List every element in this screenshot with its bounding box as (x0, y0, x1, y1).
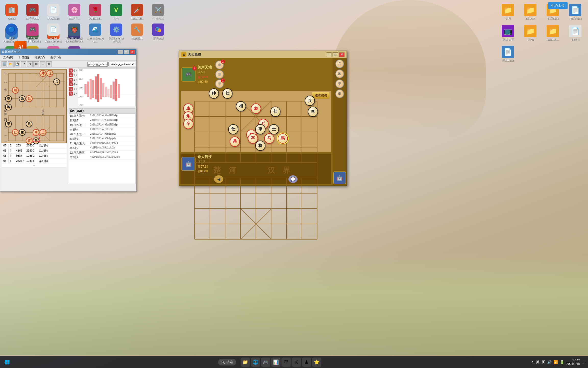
move-row-19[interactable]: 19.仕四进三 2n1kp1P1/4n/2a1R1b1p (69, 123, 135, 128)
move-row-xiang9[interactable]: 象9进7 2n1kp1P1/4n/2a1R1b1p (69, 118, 135, 123)
piece-car-bottom-center[interactable]: 車 (255, 124, 265, 134)
desktop-icon-life[interactable]: 🌊 Life is Strange... (85, 22, 105, 44)
piece-xiang-main[interactable]: 相 (236, 101, 246, 111)
tiantan-minimize[interactable]: ─ (326, 52, 332, 57)
taskbar-app-game1[interactable]: 🎮 (261, 358, 270, 367)
tray-chevron[interactable]: ∧ (531, 360, 534, 364)
piece-shi-bottom-2[interactable]: 士 (269, 124, 279, 134)
engine-piece-shi2[interactable]: 仕 (26, 95, 32, 102)
engine-piece-jiang[interactable]: 将 (26, 137, 32, 144)
engine-piece-shi3[interactable]: 士 (40, 129, 46, 136)
engine-piece-car-red[interactable]: 車 (33, 129, 39, 136)
move-row-ma2[interactable]: 马2退4 4k2P1/3np3/1n4b1p/p2aR (69, 155, 135, 160)
desktop-icon-ow[interactable]: ⚙️ OW1.exe-快捷方式 (106, 22, 126, 44)
toolbar-undo[interactable]: ↩ (21, 61, 26, 67)
profile-input[interactable] (87, 62, 108, 67)
move-row-car6[interactable]: 车6进1 2n1kp1P1/4n/6b1p/p2a (69, 137, 135, 141)
menu-mode[interactable]: 模式(V) (33, 55, 46, 60)
tiantan-titlebar[interactable]: ♟ 天天象棋 ─ □ ✕ (179, 51, 347, 58)
menu-about[interactable]: 关于(H) (49, 55, 62, 60)
toolbar-open[interactable]: 📂 (8, 61, 14, 67)
piece-shuai-main[interactable]: 帅 (209, 88, 219, 99)
piece-bing-main[interactable]: 兵 (305, 96, 315, 106)
move-row-18[interactable]: 18.马九退七 2n1kp1P1/4n/2a1R1b1p (69, 114, 135, 118)
toolbar-new[interactable]: 🆕 (2, 61, 7, 67)
move-row-ma3[interactable]: 马3进2 4k2P1/4np3/6b1p/p2a (69, 146, 135, 151)
piece-ma-bottom-1[interactable]: 马 (264, 133, 274, 144)
move-row-21[interactable]: 21.马六进六 2n1k2P1/4np3/6b1p/p2a (69, 141, 135, 146)
engine-piece-zu2[interactable]: 兵 (26, 121, 32, 127)
taskbar-app-chart[interactable]: 📊 (271, 358, 280, 367)
taskbar-app-browser[interactable]: 🌐 (251, 358, 260, 367)
search-bar[interactable]: 搜索 (218, 359, 236, 365)
taskbar-app-explorer[interactable]: 📁 (241, 358, 250, 367)
tray-ime-english[interactable]: 英 (536, 360, 540, 364)
desktop-icon-folder-doc2[interactable]: 📁 文档2 (520, 24, 541, 42)
desktop-icon-screen-doc[interactable]: 📄 屏幕0.doc (498, 44, 518, 63)
right-piece-pao: 炮 (335, 70, 344, 78)
piece-xiang-main-red[interactable]: 象 (251, 103, 261, 114)
score-list: 炮 0 + 马 1 + 炮 1 + 炮 (69, 68, 77, 108)
menu-engine[interactable]: 引擎(E) (17, 55, 30, 60)
engine-piece-pao-black[interactable]: 炮 (5, 104, 12, 110)
tray-battery[interactable]: 🔋 (560, 360, 564, 364)
desktop-icon-autohint[interactable]: 📁 AutoHint... (543, 24, 563, 42)
move-row-22[interactable]: 22.马六进五 4k2P1/4np3/1n4b1p/p2a (69, 151, 135, 155)
engine-window-content: 九 八 七 六 五 楚 河 汉 界 四 三 二 一 (0, 68, 136, 185)
engine-piece-zu-black[interactable]: 卒 (5, 121, 12, 127)
desktop-icon-hid[interactable]: 🔧 大缺陷10 (127, 22, 147, 44)
taskbar-app-shield[interactable]: 🛡 (281, 358, 291, 367)
piece-shi-main-2[interactable]: 仕 (270, 107, 280, 117)
desktop-icon-video[interactable]: 📺 视频-桌面 (498, 24, 518, 42)
engine-window-titlebar[interactable]: 象棋程序V1.9 ─ □ ✕ (0, 49, 136, 55)
toolbar-grid[interactable]: ⊞ (33, 61, 39, 67)
tray-ime-pinyin[interactable]: 拼 (542, 360, 545, 364)
engine-piece-xiang-b[interactable]: 象 (19, 95, 26, 102)
tiantan-close[interactable]: ✕ (339, 52, 345, 57)
menu-file[interactable]: 文件(F) (2, 55, 15, 60)
piece-shi-bottom-1[interactable]: 仕 (228, 124, 238, 134)
engine-close-button[interactable]: ✕ (130, 50, 135, 54)
desktop-icon-directx[interactable]: 📁 DirectX (520, 3, 541, 21)
move-row-20[interactable]: 20.车五退一 2n1kp1P1/4n/6b1p/p2a (69, 132, 135, 137)
engine-piece-bing[interactable]: 兵 (53, 78, 60, 85)
desktop-icon-buxia[interactable]: 🎭 部下快捷 (148, 22, 168, 44)
tray-volume[interactable]: 🔊 (547, 360, 552, 364)
desktop-icon-folder-doc[interactable]: 📁 文档 (498, 3, 518, 21)
tiantan-controls: ─ □ ✕ (326, 52, 345, 57)
piece-zu-main-1[interactable]: 卒 (183, 119, 193, 129)
notification-button[interactable]: 拒绝上传 (548, 2, 568, 9)
tray-notification[interactable]: □ (582, 360, 584, 364)
engine-piece-xiang-b2[interactable]: 象 (19, 129, 26, 136)
toolbar-redo[interactable]: ↪ (27, 61, 33, 67)
profile-select[interactable]: pikajiegi_release (108, 62, 135, 66)
desktop-icon-fuwen[interactable]: 📄 如附文 (565, 24, 585, 42)
start-button[interactable] (3, 358, 12, 367)
engine-piece-zu1[interactable]: 仕 (12, 129, 19, 136)
engine-piece-ma-black[interactable]: 马 (33, 137, 39, 144)
piece-ma-bottom-2-selected[interactable]: 馬 (278, 133, 288, 144)
engine-piece-car-black1[interactable]: 車 (5, 95, 12, 102)
tray-network[interactable]: 📶 (554, 360, 558, 364)
main-board-svg: 楚 河 汉 界 (181, 91, 331, 255)
piece-jiang-bottom[interactable]: 将 (255, 141, 265, 151)
tiantan-maximize[interactable]: □ (333, 52, 338, 57)
piece-bing-bottom[interactable]: 兵 (230, 136, 240, 147)
piece-shi-main-1[interactable]: 仕 (222, 88, 232, 99)
toolbar-save[interactable]: 💾 (14, 61, 20, 67)
taskbar-app-star[interactable]: ⭐ (312, 358, 321, 367)
move-row-shi3[interactable]: 士3进4 2n1kp1P1/4R1b1p/p (69, 128, 135, 132)
toolbar-eye[interactable]: 👁 (46, 61, 52, 67)
taskbar-app-chess[interactable]: ♟ (302, 358, 311, 367)
desktop-icon-log[interactable]: 📄 log.txt (43, 22, 64, 44)
engine-piece-shi1[interactable]: 仕 (46, 70, 53, 77)
engine-piece-xiang[interactable]: 相 (12, 87, 19, 94)
toolbar-list[interactable]: ≡ (40, 61, 45, 67)
desktop-icon-devil[interactable]: 👹 TheDevil...怪 (64, 22, 84, 44)
taskbar-app-sword[interactable]: ⚔ (292, 358, 301, 367)
piece-car-main-right[interactable]: 車 (308, 107, 318, 117)
engine-piece-shuai[interactable]: 帅 (40, 70, 46, 77)
desktop-icon-doc-word[interactable]: 📄 密码0.doc (565, 3, 585, 21)
engine-maximize-button[interactable]: □ (124, 50, 129, 54)
engine-minimize-button[interactable]: ─ (118, 50, 123, 54)
